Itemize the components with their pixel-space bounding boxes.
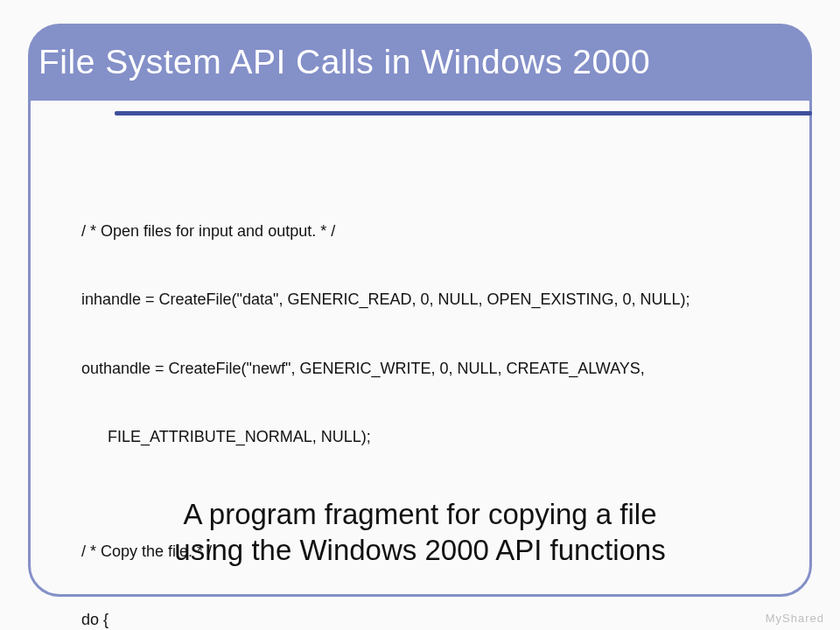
slide-title: File System API Calls in Windows 2000 xyxy=(38,43,650,81)
title-band: File System API Calls in Windows 2000 xyxy=(28,24,812,101)
code-line: FILE_ATTRIBUTE_NORMAL, NULL); xyxy=(81,425,788,448)
code-line: outhandle = CreateFile("newf", GENERIC_W… xyxy=(81,357,788,380)
caption-line2: using the Windows 2000 API functions xyxy=(174,534,665,566)
code-line: do { xyxy=(81,608,788,630)
code-line: / * Open files for input and output. * / xyxy=(81,220,788,242)
watermark: MyShared xyxy=(766,612,824,625)
code-line: inhandle = CreateFile("data", GENERIC_RE… xyxy=(81,288,788,311)
title-underline xyxy=(115,111,812,116)
slide-caption: A program fragment for copying a file us… xyxy=(31,496,809,569)
slide-frame: File System API Calls in Windows 2000 / … xyxy=(28,33,812,597)
caption-line1: A program fragment for copying a file xyxy=(183,498,656,530)
